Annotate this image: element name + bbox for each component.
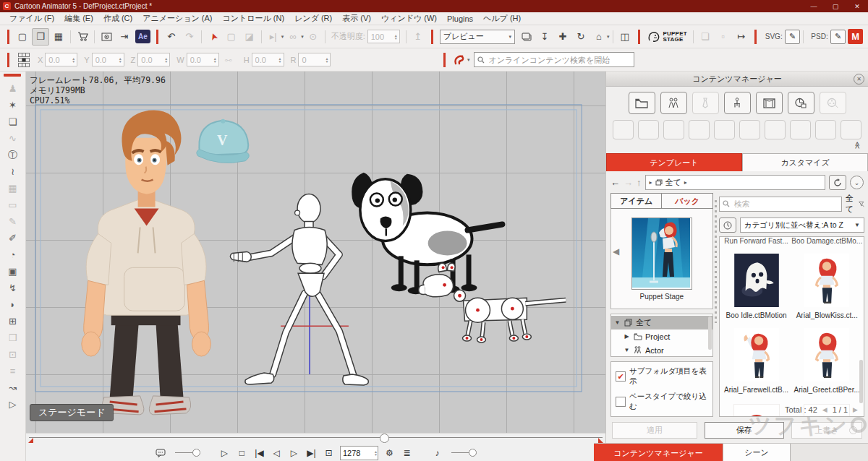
category-prop-button[interactable] [724, 92, 751, 114]
next-frame-button[interactable]: ▷ [288, 447, 300, 460]
preview-play-icon[interactable]: ▷ [3, 396, 22, 413]
category-scene-button[interactable] [756, 92, 783, 114]
grid-scrollbar[interactable] [859, 360, 863, 403]
play-button[interactable]: ▷ [218, 447, 231, 460]
save-button[interactable]: 保存 [705, 422, 784, 439]
page-next-icon[interactable]: ▶ [853, 406, 858, 413]
body-animation-icon[interactable]: ↯ [3, 280, 22, 296]
render-preview-button[interactable] [98, 28, 115, 46]
library-search-field[interactable] [719, 197, 842, 212]
tree-expand-icon[interactable]: ▶ [624, 333, 630, 340]
panel-header[interactable]: コンテンツマネージャー ✕ [606, 72, 868, 87]
tree-expand-icon[interactable]: ▼ [624, 347, 630, 353]
home-view-icon[interactable]: ⌂ [590, 28, 608, 46]
bubble-opacity-slider[interactable] [175, 449, 200, 457]
favorite-slot[interactable] [765, 120, 786, 139]
frame-number-input[interactable] [341, 449, 373, 457]
motion-tool-icon[interactable]: ✶ [3, 97, 22, 113]
go-to-end-button[interactable]: ▶| [305, 447, 318, 460]
tree-expand-icon[interactable]: ▼ [614, 319, 621, 326]
tree-scrollbar[interactable] [708, 316, 712, 350]
tab-content-manager[interactable]: コンテンツマネージャー [594, 444, 723, 461]
w-input[interactable] [190, 56, 212, 64]
content-store-icon[interactable] [74, 28, 91, 46]
tab-item[interactable]: アイテム [610, 193, 662, 209]
maximize-button[interactable]: ▢ [825, 3, 846, 10]
x-field[interactable]: ▲▼ [45, 53, 77, 66]
grid-tool-icon[interactable]: ▦ [3, 180, 22, 197]
asset-item[interactable]: Boo Idle.ctBMotion [721, 245, 792, 319]
menu-view[interactable]: 表示 (V) [337, 13, 376, 24]
category-folder-button[interactable] [629, 92, 655, 114]
collapse-chevron-icon[interactable]: ≪ [853, 142, 861, 149]
search-scope[interactable]: 全て [846, 193, 864, 215]
link-icon[interactable]: ∞ [284, 28, 302, 46]
go-to-start-button[interactable]: |◀ [253, 447, 265, 460]
svg-edit-icon[interactable]: ✎ [785, 30, 801, 44]
playback-list-icon[interactable]: ≣ [401, 447, 413, 460]
overwrite-button[interactable]: 上書き [791, 422, 862, 439]
timeline-end-marker[interactable] [598, 438, 603, 443]
breadcrumb[interactable]: ▸ 全て ▸ [645, 175, 826, 190]
redo-button[interactable]: ↷ [181, 28, 198, 46]
asset-label-partial[interactable]: Boo Damage.ctBMo... [791, 237, 862, 245]
column-splitter[interactable] [714, 200, 718, 323]
mannequin-character[interactable] [230, 194, 368, 385]
close-button[interactable]: ✕ [846, 3, 868, 10]
nav-back-icon[interactable]: ← [610, 177, 620, 188]
r-field[interactable]: ▲▼ [298, 53, 331, 66]
x-input[interactable] [48, 56, 70, 64]
eraser-icon[interactable]: ◪ [241, 28, 258, 46]
speech-bubble-icon[interactable] [155, 447, 167, 460]
camera-icon[interactable] [518, 28, 535, 46]
puppet-stage-button[interactable]: PUPPETSTAGE [647, 31, 687, 43]
category-actor-button[interactable] [660, 92, 687, 114]
anchor-tool-icon[interactable]: ↧ [536, 28, 553, 46]
menu-control[interactable]: コントロール (N) [217, 13, 289, 24]
gesture-tool-icon[interactable]: ✎ [3, 213, 22, 230]
tab-customize[interactable]: カスタマイズ [742, 153, 868, 171]
r-input[interactable] [302, 56, 323, 64]
face-key-tool-icon[interactable]: ◔ [3, 246, 22, 263]
h-field[interactable]: ▲▼ [252, 53, 284, 66]
apply-button[interactable]: 適用 [612, 422, 697, 439]
motion-path-tool-icon[interactable]: ≀ [3, 163, 22, 180]
favorite-slot[interactable] [613, 120, 634, 139]
asset-item[interactable]: Arial_BlowKiss.ct... [791, 245, 862, 319]
z-field[interactable]: ▲▼ [137, 53, 170, 66]
menu-animation[interactable]: アニメーション (A) [137, 13, 217, 24]
previous-frame-button[interactable]: ◁ [271, 447, 283, 460]
select-tool-icon[interactable]: ➤ [202, 25, 224, 48]
favorite-slot[interactable] [841, 120, 861, 139]
duplicate-icon[interactable]: ❏ [697, 28, 714, 46]
cartoon-dog-character[interactable] [352, 173, 502, 295]
new-project-button[interactable]: ▢ [14, 28, 31, 46]
z-input[interactable] [141, 56, 163, 64]
export-button[interactable]: ⇥ [116, 28, 133, 46]
scroll-left-icon[interactable]: ◀ [613, 246, 619, 257]
spring-tool-icon[interactable]: ↝ [3, 379, 22, 396]
tree-item-all[interactable]: ▼ 全て [611, 316, 712, 329]
favorite-slot[interactable] [815, 120, 836, 139]
menu-help[interactable]: ヘルプ (H) [478, 13, 526, 24]
show-subfolders-checkbox[interactable]: ✔ サブフォルダ項目を表示 [616, 366, 708, 387]
opacity-input[interactable] [371, 33, 393, 41]
character-tool-icon[interactable]: ♟ [3, 80, 22, 97]
mesh-tool-icon[interactable]: ⊡ [3, 346, 22, 363]
visibility-icon[interactable]: ⊙ [305, 28, 322, 46]
panel-options-icon[interactable]: ⌄ [850, 176, 864, 189]
opacity-field[interactable]: ▲▼ [367, 30, 400, 43]
audio-note-icon[interactable]: ♪ [431, 447, 443, 460]
export-frame-icon[interactable]: ↦ [733, 28, 750, 46]
stack-tool-icon[interactable]: ❒ [3, 329, 22, 346]
favorite-slot[interactable] [790, 120, 811, 139]
tree-item-actor[interactable]: ▼ Actor [611, 343, 712, 357]
w-field[interactable]: ▲▼ [187, 53, 219, 66]
asset-item[interactable] [721, 394, 792, 417]
menu-render[interactable]: レンダ (R) [289, 13, 337, 24]
library-search-input[interactable] [733, 199, 838, 209]
camera-view-select[interactable]: プレビュー ▾ [440, 30, 515, 44]
tab-scene[interactable]: シーン [723, 444, 791, 461]
chevron-down-icon[interactable]: ▾ [467, 57, 470, 63]
puppet-stage-thumbnail[interactable] [631, 217, 692, 290]
